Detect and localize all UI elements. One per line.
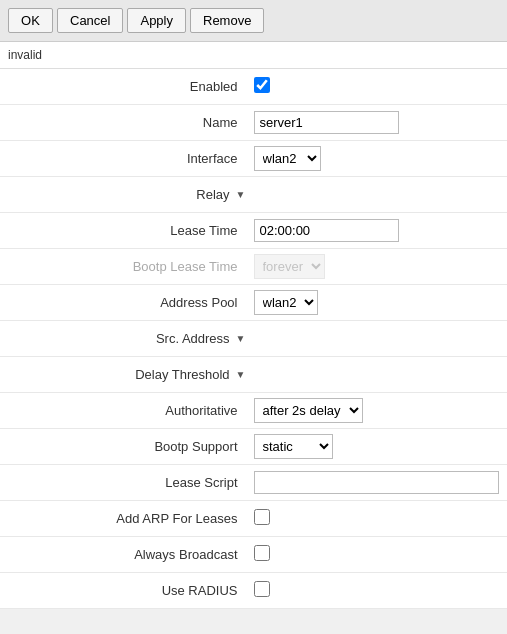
remove-button[interactable]: Remove <box>190 8 264 33</box>
bootp-support-row: Bootp Support static dynamic none <box>0 429 507 465</box>
lease-script-label: Lease Script <box>8 475 254 490</box>
name-control <box>254 111 500 134</box>
relay-row[interactable]: Relay ▼ <box>0 177 507 213</box>
status-text: invalid <box>8 48 42 62</box>
src-address-arrow-icon: ▼ <box>236 333 246 344</box>
delay-threshold-arrow-icon: ▼ <box>236 369 246 380</box>
bootp-support-select[interactable]: static dynamic none <box>254 434 333 459</box>
address-pool-row: Address Pool wlan2 pool1 pool2 <box>0 285 507 321</box>
bootp-support-label: Bootp Support <box>8 439 254 454</box>
lease-time-control <box>254 219 500 242</box>
always-broadcast-row: Always Broadcast <box>0 537 507 573</box>
lease-script-input[interactable] <box>254 471 500 494</box>
add-arp-checkbox[interactable] <box>254 509 270 525</box>
toolbar: OK Cancel Apply Remove <box>0 0 507 42</box>
use-radius-control <box>254 581 500 600</box>
add-arp-row: Add ARP For Leases <box>0 501 507 537</box>
interface-select[interactable]: wlan2 ether1 ether2 <box>254 146 321 171</box>
always-broadcast-control <box>254 545 500 564</box>
lease-time-input[interactable] <box>254 219 399 242</box>
authoritative-row: Authoritative after 2s delay yes no <box>0 393 507 429</box>
interface-label: Interface <box>8 151 254 166</box>
delay-threshold-row[interactable]: Delay Threshold ▼ <box>0 357 507 393</box>
cancel-button[interactable]: Cancel <box>57 8 123 33</box>
bootp-support-control: static dynamic none <box>254 434 500 459</box>
name-input[interactable] <box>254 111 399 134</box>
relay-label-container: Relay ▼ <box>8 187 254 202</box>
enabled-checkbox[interactable] <box>254 77 270 93</box>
name-label: Name <box>8 115 254 130</box>
authoritative-control: after 2s delay yes no <box>254 398 500 423</box>
form-container: Enabled Name Interface wlan2 ether1 ethe… <box>0 69 507 609</box>
enabled-row: Enabled <box>0 69 507 105</box>
name-row: Name <box>0 105 507 141</box>
apply-button[interactable]: Apply <box>127 8 186 33</box>
relay-label: Relay <box>196 187 229 202</box>
enabled-control <box>254 77 500 96</box>
bootp-lease-time-label: Bootp Lease Time <box>8 259 254 274</box>
bootp-lease-time-row: Bootp Lease Time forever 1d 12h <box>0 249 507 285</box>
lease-script-control <box>254 471 500 494</box>
delay-threshold-label: Delay Threshold <box>135 367 229 382</box>
src-address-label: Src. Address <box>156 331 230 346</box>
address-pool-control: wlan2 pool1 pool2 <box>254 290 500 315</box>
status-bar: invalid <box>0 42 507 69</box>
address-pool-select[interactable]: wlan2 pool1 pool2 <box>254 290 318 315</box>
use-radius-checkbox[interactable] <box>254 581 270 597</box>
authoritative-select[interactable]: after 2s delay yes no <box>254 398 363 423</box>
ok-button[interactable]: OK <box>8 8 53 33</box>
relay-arrow-icon: ▼ <box>236 189 246 200</box>
enabled-label: Enabled <box>8 79 254 94</box>
lease-script-row: Lease Script <box>0 465 507 501</box>
address-pool-label: Address Pool <box>8 295 254 310</box>
always-broadcast-label: Always Broadcast <box>8 547 254 562</box>
lease-time-label: Lease Time <box>8 223 254 238</box>
use-radius-label: Use RADIUS <box>8 583 254 598</box>
bootp-lease-time-control: forever 1d 12h <box>254 254 500 279</box>
interface-row: Interface wlan2 ether1 ether2 <box>0 141 507 177</box>
authoritative-label: Authoritative <box>8 403 254 418</box>
bootp-lease-time-select[interactable]: forever 1d 12h <box>254 254 325 279</box>
src-address-label-container: Src. Address ▼ <box>8 331 254 346</box>
src-address-row[interactable]: Src. Address ▼ <box>0 321 507 357</box>
always-broadcast-checkbox[interactable] <box>254 545 270 561</box>
use-radius-row: Use RADIUS <box>0 573 507 609</box>
add-arp-label: Add ARP For Leases <box>8 511 254 526</box>
lease-time-row: Lease Time <box>0 213 507 249</box>
add-arp-control <box>254 509 500 528</box>
delay-threshold-label-container: Delay Threshold ▼ <box>8 367 254 382</box>
interface-control: wlan2 ether1 ether2 <box>254 146 500 171</box>
